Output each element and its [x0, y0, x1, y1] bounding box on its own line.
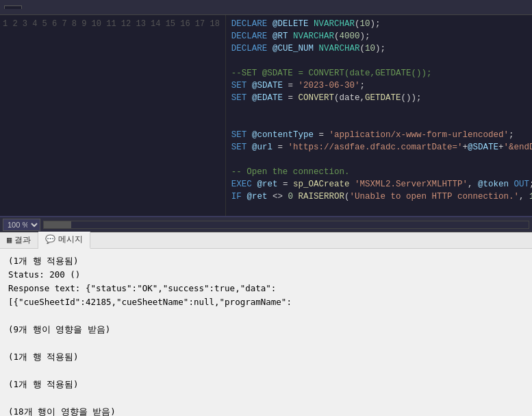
- editor-area: 1 2 3 4 5 6 7 8 9 10 11 12 13 14 15 16 1…: [0, 15, 532, 217]
- grid-icon: ▦: [7, 235, 12, 245]
- msg-icon: 💬: [45, 234, 55, 245]
- line-numbers: 1 2 3 4 5 6 7 8 9 10 11 12 13 14 15 16 1…: [0, 15, 226, 216]
- horizontal-scrollbar[interactable]: [43, 221, 529, 229]
- scrollbar-area: 100 % 75 % 125 % 150 %: [0, 217, 532, 232]
- tab-results-label: 결과: [14, 234, 31, 246]
- editor-tab[interactable]: [4, 5, 22, 9]
- code-editor[interactable]: DECLARE @DELETE NVARCHAR(10); DECLARE @R…: [226, 15, 532, 216]
- results-panel: ▦ 결과 💬 메시지 (1개 행 적용됨)Status: 200 ()Respo…: [0, 232, 532, 416]
- tab-messages[interactable]: 💬 메시지: [38, 232, 90, 249]
- zoom-select[interactable]: 100 % 75 % 125 % 150 %: [3, 219, 40, 231]
- results-tabs: ▦ 결과 💬 메시지: [0, 232, 532, 249]
- title-bar: [0, 0, 532, 15]
- scrollbar-thumb: [44, 221, 71, 228]
- tab-messages-label: 메시지: [58, 234, 83, 245]
- results-content: (1개 행 적용됨)Status: 200 ()Response text: {…: [0, 249, 532, 416]
- tab-results[interactable]: ▦ 결과: [0, 232, 38, 248]
